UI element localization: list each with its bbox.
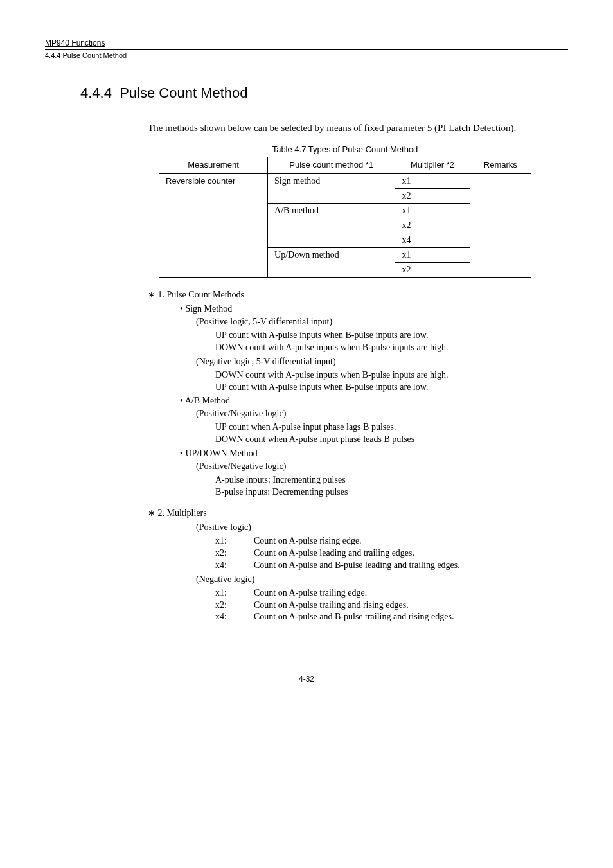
col-remarks: Remarks <box>470 157 531 174</box>
updown-method-title: • UP/DOWN Method <box>180 448 542 459</box>
table-header-row: Measurement Pulse count method *1 Multip… <box>159 157 531 174</box>
mult-desc: Count on A-pulse leading and trailing ed… <box>254 547 414 560</box>
mult-desc: Count on A-pulse and B-pulse trailing an… <box>254 611 454 623</box>
note-2-label: ∗ 2. Multipliers <box>148 508 542 518</box>
sign-pos-l1: UP count with A-pulse inputs when B-puls… <box>215 330 542 342</box>
col-multiplier: Multiplier *2 <box>395 157 470 174</box>
col-measurement: Measurement <box>159 157 268 174</box>
mult-row: x4: Count on A-pulse and B-pulse trailin… <box>215 611 542 623</box>
updown-l2: B-pulse inputs: Decrementing pulses <box>215 486 542 499</box>
mult-pos-title: (Positive logic) <box>196 522 542 533</box>
header-subsection: 4.4.4 Pulse Count Method <box>45 51 568 59</box>
mult-key: x2: <box>215 599 254 612</box>
pulse-count-table: Measurement Pulse count method *1 Multip… <box>159 157 531 278</box>
section-heading: 4.4.4 Pulse Count Method <box>80 85 568 102</box>
sign-neg-l2: UP count with A-pulse inputs when B-puls… <box>215 382 542 394</box>
header-divider <box>45 49 568 50</box>
sign-neg-l1: DOWN count with A-pulse inputs when B-pu… <box>215 369 542 382</box>
note-1-label: ∗ 1. Pulse Count Methods <box>148 289 542 300</box>
mult-desc: Count on A-pulse trailing and rising edg… <box>254 599 409 612</box>
mult-row: x4: Count on A-pulse and B-pulse leading… <box>215 560 542 572</box>
mult-key: x4: <box>215 611 254 623</box>
mult-desc: Count on A-pulse trailing edge. <box>254 587 367 599</box>
updown-l1: A-pulse inputs: Incrementing pulses <box>215 474 542 486</box>
mult-key: x1: <box>215 587 254 599</box>
section-title-text: Pulse Count Method <box>120 85 247 101</box>
updown-posneg-title: (Positive/Negative logic) <box>196 461 542 472</box>
ab-l1: UP count when A-pulse input phase lags B… <box>215 421 542 434</box>
mult-key: x2: <box>215 547 254 560</box>
page-number: 4-32 <box>45 675 568 684</box>
header-chapter: MP940 Functions <box>45 39 568 48</box>
cell-method: Sign method <box>268 173 395 203</box>
table-caption: Table 4.7 Types of Pulse Count Method <box>148 145 542 154</box>
intro-paragraph: The methods shown below can be selected … <box>148 120 542 137</box>
sign-pos-l2: DOWN count with A-pulse inputs when B-pu… <box>215 342 542 354</box>
cell-multiplier: x1 <box>395 173 470 188</box>
mult-row: x1: Count on A-pulse rising edge. <box>215 535 542 547</box>
mult-row: x2: Count on A-pulse leading and trailin… <box>215 547 542 560</box>
cell-multiplier: x2 <box>395 218 470 233</box>
sign-neg-title: (Negative logic, 5-V differential input) <box>196 357 542 367</box>
table-row: Reversible counter Sign method x1 <box>159 173 531 188</box>
mult-neg-title: (Negative logic) <box>196 574 542 585</box>
sign-pos-title: (Positive logic, 5-V differential input) <box>196 317 542 327</box>
ab-l2: DOWN count when A-pulse input phase lead… <box>215 434 542 446</box>
mult-row: x2: Count on A-pulse trailing and rising… <box>215 599 542 612</box>
mult-desc: Count on A-pulse and B-pulse leading and… <box>254 560 460 572</box>
cell-remarks <box>470 173 531 277</box>
cell-multiplier: x2 <box>395 188 470 203</box>
cell-measurement: Reversible counter <box>159 173 268 277</box>
cell-multiplier: x1 <box>395 247 470 262</box>
cell-method: Up/Down method <box>268 247 395 277</box>
col-pulse-count: Pulse count method *1 <box>268 157 395 174</box>
ab-posneg-title: (Positive/Negative logic) <box>196 409 542 419</box>
mult-desc: Count on A-pulse rising edge. <box>254 535 362 547</box>
sign-method-title: • Sign Method <box>180 304 542 314</box>
cell-multiplier: x4 <box>395 233 470 247</box>
cell-method: A/B method <box>268 203 395 247</box>
cell-multiplier: x2 <box>395 262 470 277</box>
mult-row: x1: Count on A-pulse trailing edge. <box>215 587 542 599</box>
mult-key: x1: <box>215 535 254 547</box>
mult-key: x4: <box>215 560 254 572</box>
section-number: 4.4.4 <box>80 85 112 101</box>
ab-method-title: • A/B Method <box>180 396 542 406</box>
cell-multiplier: x1 <box>395 203 470 218</box>
